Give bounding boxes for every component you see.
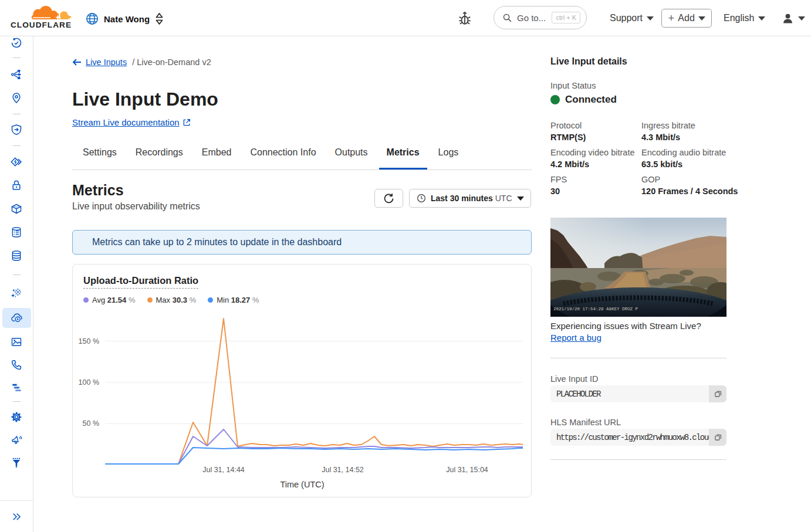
svg-text:50 %: 50 % bbox=[83, 419, 100, 428]
svg-text:CLOUDFLARE: CLOUDFLARE bbox=[11, 21, 72, 29]
svg-text:2021/10/20 17:54:29 A8KEY DROZ: 2021/10/20 17:54:29 A8KEY DROZ P bbox=[553, 307, 638, 311]
svg-text:150 %: 150 % bbox=[79, 337, 99, 345]
svg-text:Jul 31, 15:04: Jul 31, 15:04 bbox=[446, 466, 488, 474]
svg-text:Jul 31, 14:44: Jul 31, 14:44 bbox=[202, 466, 245, 474]
svg-text:Time (UTC): Time (UTC) bbox=[280, 480, 324, 489]
svg-text:100 %: 100 % bbox=[79, 378, 99, 387]
svg-text:Jul 31, 14:52: Jul 31, 14:52 bbox=[322, 466, 364, 474]
